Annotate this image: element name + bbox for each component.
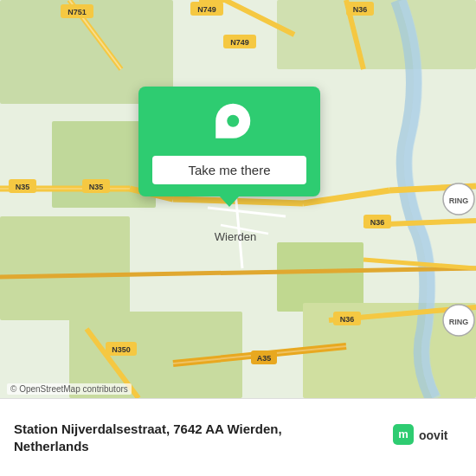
svg-text:N36: N36 (370, 218, 385, 227)
moovit-logo: m oovit (393, 421, 462, 455)
pin-wrapper (201, 96, 257, 152)
svg-text:N350: N350 (112, 345, 131, 354)
map-container: RING RING N751 N749 N749 N36 N35 N35 N36… (0, 0, 476, 398)
svg-rect-2 (277, 0, 476, 69)
map-copyright: © OpenStreetMap contributors (7, 383, 132, 395)
svg-text:oovit: oovit (419, 428, 448, 442)
info-text: Station Nijverdalsestraat, 7642 AA Wierd… (14, 421, 383, 454)
svg-rect-4 (0, 216, 130, 320)
svg-text:N36: N36 (353, 5, 368, 14)
popup-card: Take me there (138, 87, 320, 196)
svg-text:N751: N751 (68, 8, 87, 16)
svg-text:RING: RING (449, 318, 469, 326)
copyright-text: © OpenStreetMap contributors (10, 384, 128, 394)
svg-text:N36: N36 (340, 315, 355, 324)
svg-text:N35: N35 (89, 183, 104, 191)
take-me-there-button[interactable]: Take me there (152, 156, 306, 184)
svg-text:m: m (398, 428, 408, 441)
address-line: Station Nijverdalsestraat, 7642 AA Wierd… (14, 421, 383, 454)
svg-text:A35: A35 (257, 354, 272, 363)
svg-text:Wierden: Wierden (215, 230, 256, 243)
address-line2: Netherlands (14, 439, 89, 453)
svg-text:N35: N35 (16, 183, 30, 191)
address-line1: Station Nijverdalsestraat, 7642 AA Wierd… (14, 421, 282, 436)
svg-text:N749: N749 (197, 5, 216, 14)
svg-text:RING: RING (449, 196, 469, 205)
svg-rect-5 (277, 242, 363, 312)
svg-text:N749: N749 (230, 38, 249, 47)
location-pin-icon (215, 104, 250, 138)
info-bar: Station Nijverdalsestraat, 7642 AA Wierd… (0, 398, 476, 476)
